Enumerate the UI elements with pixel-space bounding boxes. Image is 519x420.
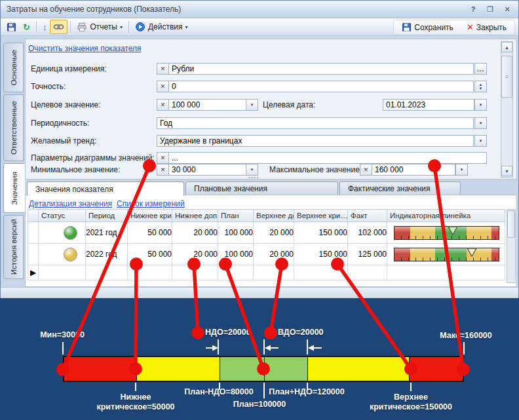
values-content-panel: Детализация значения Список измерений Ст… [25, 195, 517, 287]
toolbar-separator [36, 21, 37, 33]
periodicity-field[interactable]: Год [157, 117, 474, 129]
scale-segment-green-right [264, 357, 307, 381]
save-and-stay-button[interactable]: Сохранить [400, 20, 455, 35]
ruler-marker-icon [467, 248, 477, 257]
diagram-lower-critical-label: Нижнее критическое=50000 [86, 392, 185, 412]
close-form-button[interactable]: ✕ Закрыть [465, 20, 509, 35]
max-field[interactable]: 160 000 [372, 164, 455, 176]
table-scrollbar-thumb[interactable] [507, 210, 515, 238]
diagram-params-label: Параметры диаграммы значений: [31, 153, 155, 162]
help-button[interactable]: ? [467, 4, 479, 14]
actions-icon [135, 22, 145, 32]
target-clear-button[interactable]: ✕ [157, 99, 169, 111]
trend-label: Желаемый тренд: [31, 136, 96, 145]
sidebar-tab-znacheniya[interactable]: Значения [3, 163, 25, 213]
trend-dropdown-button[interactable]: ▾ [474, 135, 487, 147]
close-x-icon: ✕ [467, 22, 474, 32]
indicator-ruler [394, 226, 499, 240]
precision-field[interactable]: 0 [168, 81, 474, 92]
scale-segment-red-low [64, 357, 136, 381]
app-window: Затраты на обучение сотрудников (Показат… [0, 0, 519, 299]
tab-plan-values[interactable]: Плановые значения [185, 181, 338, 195]
current-row-marker: ▶ [28, 265, 39, 280]
sidebar-tab-osnovnye[interactable]: Основные [3, 43, 24, 92]
scale-segment-yellow-high [307, 357, 409, 381]
toolbar-separator [70, 21, 71, 33]
printer-icon [77, 22, 87, 32]
titlebar: Затраты на обучение сотрудников (Показат… [1, 1, 518, 18]
save-button[interactable] [3, 20, 20, 34]
sidebar-tab-otvetstvennye[interactable]: Ответственные [3, 94, 24, 161]
diagram-plan-plus-label: План+НДО=120000 [261, 387, 353, 397]
periodicity-dropdown-button[interactable]: ▾ [474, 117, 487, 129]
ruler-marker-icon [448, 226, 458, 235]
indicator-ruler [394, 248, 499, 261]
toolbar-right-group: Сохранить ✕ Закрыть [393, 20, 515, 35]
table-row-2022[interactable]: 2022 год 50 000 20 000 100 000 20 000 15… [28, 244, 505, 265]
scroll-up-button[interactable]: ▲ [501, 42, 512, 52]
unit-clear-button[interactable]: ✕ [157, 63, 169, 75]
scale-segment-green-left [220, 357, 264, 381]
diagram-scale-bar [63, 356, 464, 382]
target-dropdown-button[interactable]: ▾ [246, 99, 258, 111]
min-field[interactable]: 30 000 [168, 164, 246, 176]
window-close-button[interactable]: ✕ [501, 4, 513, 14]
unit-select-button[interactable]: ... [474, 63, 487, 75]
periodicity-label: Периодичность: [31, 119, 89, 128]
reports-button[interactable]: Отчеты ▾ [73, 20, 126, 34]
dimensions-link[interactable]: Список измерений [117, 199, 185, 208]
max-label: Максимальное значение: [269, 165, 362, 174]
actions-button[interactable]: Действия ▾ [132, 20, 191, 34]
tab-fact-values[interactable]: Фактические значения [339, 181, 461, 195]
fit-rows-button[interactable]: ↕ [39, 20, 50, 34]
target-label: Целевое значение: [31, 100, 101, 109]
diagram-ndo-label: НДО=20000 [205, 328, 251, 337]
tab-values[interactable]: Значения показателя [27, 181, 184, 196]
link-button[interactable] [50, 20, 67, 34]
window-title: Затраты на обучение сотрудников (Показат… [1, 5, 181, 14]
precision-clear-button[interactable]: ✕ [157, 81, 169, 92]
scrollbar-thumb[interactable]: ≡ [501, 56, 512, 98]
scale-segment-yellow-low [136, 357, 220, 381]
reports-label: Отчеты [90, 22, 117, 31]
min-label: Минимальное значение: [31, 165, 120, 174]
maximize-button[interactable]: ❐ [484, 4, 496, 14]
diagram-plan-minus-label: План-НДО=80000 [173, 387, 265, 397]
refresh-button[interactable]: ↻ [20, 20, 33, 34]
min-clear-button[interactable]: ✕ [157, 164, 169, 176]
clear-values-link[interactable]: Очистить значения показателя [28, 44, 141, 53]
values-table: Статус Период Нижнее кри… Нижнее доп… Пл… [28, 209, 505, 280]
trend-field[interactable]: Удержание в границах [157, 135, 474, 147]
diagram-params-clear-button[interactable]: ✕ [157, 152, 169, 164]
close-label: Закрыть [476, 23, 507, 32]
floppy-icon [402, 22, 412, 32]
max-dropdown-button[interactable]: ▾ [455, 164, 468, 176]
statusbar [1, 287, 518, 299]
toolbar-separator [128, 21, 129, 33]
table-scrollbar[interactable] [507, 209, 516, 283]
table-row-new[interactable]: ▶ [28, 265, 505, 280]
target-date-label: Целевая дата: [263, 100, 315, 109]
detail-link[interactable]: Детализация значения [29, 199, 112, 208]
sidebar-tab-istoriya-versiy[interactable]: История версий [3, 215, 24, 279]
target-field[interactable]: 100 000 [168, 99, 246, 111]
updown-arrows-icon: ↕ [43, 22, 47, 32]
actions-label: Действия [148, 22, 183, 31]
unit-field[interactable]: Рубли [168, 63, 474, 75]
table-row-2021[interactable]: 2021 год 50 000 20 000 100 000 20 000 15… [28, 222, 505, 244]
refresh-icon: ↻ [23, 22, 30, 32]
max-clear-button[interactable]: ✕ [360, 164, 372, 176]
status-icon [64, 248, 77, 261]
precision-label: Точность: [31, 82, 66, 91]
target-date-dropdown-button[interactable]: ▾ [474, 99, 487, 111]
splitter-grip[interactable]: .... [248, 172, 259, 180]
chevron-down-icon: ▾ [120, 24, 123, 30]
diagram-vdo-label: ВДО=20000 [278, 328, 324, 337]
diagram-min-label: Мин=30000 [26, 330, 98, 340]
status-icon [64, 226, 77, 240]
diagram-params-field[interactable]: ... [168, 152, 487, 164]
scroll-down-button[interactable]: ▼ [501, 166, 512, 176]
target-date-field[interactable]: 01.01.2023 [383, 99, 474, 111]
unit-label: Единица измерения: [31, 64, 107, 73]
precision-spinner[interactable]: ▲▼ [474, 81, 487, 92]
